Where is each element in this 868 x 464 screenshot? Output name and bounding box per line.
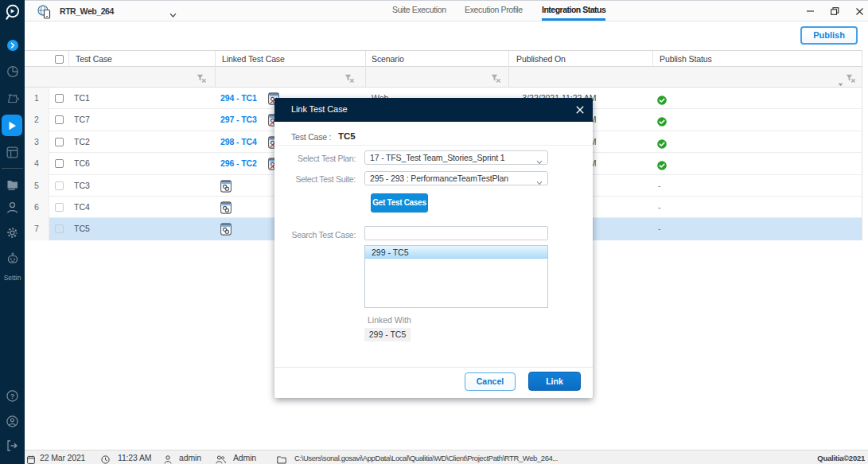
status-date: 22 Mar 2021	[40, 453, 85, 462]
select-test-suite-label: Select Test Suite:	[282, 174, 356, 184]
test-case-label: Test Case :	[291, 132, 331, 142]
sidebar-item-projects[interactable]	[0, 180, 25, 190]
linked-test-case-link[interactable]: 294 - TC1	[220, 88, 257, 109]
test-case-list-item[interactable]: 299 - TC5	[365, 246, 547, 259]
cell-test-case: TC2	[74, 131, 90, 153]
tab-execution-profile[interactable]: Execution Profile	[465, 5, 523, 14]
project-type-icon	[37, 4, 52, 22]
linked-with-label: Linked With	[368, 315, 411, 325]
select-all-checkbox[interactable]	[55, 55, 64, 64]
column-separator	[365, 51, 366, 68]
column-separator	[508, 51, 509, 68]
chevron-down-icon	[536, 176, 543, 189]
row-checkbox[interactable]	[55, 138, 64, 146]
row-number: 3	[25, 131, 49, 153]
search-test-case-input[interactable]	[364, 226, 548, 240]
test-plan-select[interactable]: 17 - TFS_Test Team_Stories_Sprint 1	[364, 150, 548, 165]
row-checkbox[interactable]	[55, 181, 64, 190]
divider	[274, 367, 593, 368]
row-number: 4	[25, 153, 49, 174]
test-suite-select[interactable]: 295 - 293 : PerformanceTeamTestPlan	[364, 171, 548, 185]
publish-button[interactable]: Publish	[800, 26, 858, 45]
row-number: 6	[25, 197, 49, 218]
chevron-down-icon	[536, 155, 543, 168]
filter-clear-icon[interactable]	[197, 72, 207, 87]
select-value: 295 - 293 : PerformanceTeamTestPlan	[370, 174, 508, 183]
user-icon	[164, 453, 172, 464]
qualitia-logo-icon	[0, 3, 25, 21]
help-icon[interactable]: ?	[0, 390, 25, 402]
status-project-path: C:\Users\sonal.gosavi\AppData\Local\Qual…	[294, 454, 558, 462]
tab-integration-status[interactable]: Integration Status	[542, 5, 605, 21]
cancel-button[interactable]: Cancel	[465, 372, 516, 391]
publish-success-icon	[657, 138, 667, 152]
linked-test-case-link[interactable]: 296 - TC2	[220, 153, 257, 174]
sidebar-divider	[2, 168, 23, 169]
app-window: Settin ?	[0, 0, 868, 464]
cell-publish-status-empty: -	[658, 197, 661, 218]
select-value: 17 - TFS_Test Team_Stories_Sprint 1	[370, 153, 504, 162]
account-icon[interactable]	[0, 415, 25, 427]
search-test-case-label: Search Test Case:	[282, 230, 356, 240]
link-icon[interactable]	[220, 201, 232, 217]
row-checkbox[interactable]	[55, 224, 64, 233]
window-close-button[interactable]	[848, 1, 868, 21]
cell-test-case: TC5	[74, 218, 90, 240]
linked-test-case-link[interactable]: 297 - TC3	[220, 109, 257, 131]
cell-test-case: TC4	[74, 197, 90, 218]
linked-test-case-link[interactable]: 298 - TC4	[220, 131, 257, 153]
link-icon[interactable]	[220, 180, 232, 196]
column-header-publish-status[interactable]: Publish Status	[660, 54, 712, 64]
project-caret-icon[interactable]	[169, 7, 177, 21]
sidebar-item-bot[interactable]	[0, 252, 25, 264]
test-case-list: 299 - TC5	[364, 245, 548, 308]
row-checkbox[interactable]	[55, 115, 64, 124]
sidebar-item-execution-active[interactable]	[2, 115, 22, 136]
sidebar-item-users[interactable]	[0, 201, 25, 214]
folder-icon	[277, 453, 286, 464]
logout-icon[interactable]	[0, 440, 25, 451]
row-number: 2	[25, 109, 49, 131]
filter-clear-icon[interactable]	[491, 72, 501, 87]
sidebar-item-addons[interactable]	[0, 92, 25, 104]
row-checkbox[interactable]	[55, 159, 64, 168]
row-checkbox[interactable]	[55, 203, 64, 212]
sidebar-collapse-button[interactable]	[0, 40, 25, 51]
status-copyright: Qualitia©2021	[817, 454, 865, 462]
publish-success-icon	[657, 159, 667, 174]
get-test-cases-button[interactable]: Get Test Cases	[371, 193, 428, 213]
sidebar-item-layout[interactable]	[0, 146, 25, 158]
filter-clear-icon[interactable]	[846, 72, 856, 87]
window-minimize-button[interactable]	[799, 1, 821, 21]
column-separator	[215, 51, 216, 68]
column-separator	[508, 67, 509, 88]
column-separator	[68, 51, 69, 68]
table-right-border	[862, 50, 862, 240]
column-header-scenario[interactable]: Scenario	[372, 54, 404, 64]
column-header-published-on[interactable]: Published On	[516, 54, 566, 64]
status-time: 11:23 AM	[118, 453, 151, 462]
clock-icon	[101, 453, 110, 464]
window-restore-button[interactable]	[823, 1, 846, 21]
publish-success-icon	[657, 115, 667, 130]
filter-clear-icon[interactable]	[344, 72, 355, 87]
row-checkbox[interactable]	[55, 94, 64, 103]
sidebar-item-settings[interactable]	[0, 226, 25, 240]
sidebar-settings-label: Settin	[0, 274, 25, 282]
column-header-linked-test-case[interactable]: Linked Test Case	[222, 54, 285, 64]
column-header-test-case[interactable]: Test Case	[76, 54, 112, 64]
sidebar: Settin ?	[0, 0, 25, 464]
project-selector[interactable]: RTR_Web_264	[60, 6, 114, 16]
dialog-title: Link Test Case	[291, 104, 348, 114]
sidebar-item-dashboard[interactable]	[0, 65, 25, 78]
role-icon	[216, 453, 226, 464]
column-separator	[215, 67, 216, 88]
cell-test-case: TC3	[74, 175, 90, 197]
test-case-value: TC5	[338, 131, 356, 141]
link-icon[interactable]	[220, 223, 232, 239]
svg-text:?: ?	[10, 392, 14, 400]
tab-suite-execution[interactable]: Suite Execution	[392, 5, 446, 14]
link-button[interactable]: Link	[528, 372, 581, 391]
dialog-close-icon[interactable]	[574, 103, 586, 116]
calendar-icon	[27, 453, 35, 464]
